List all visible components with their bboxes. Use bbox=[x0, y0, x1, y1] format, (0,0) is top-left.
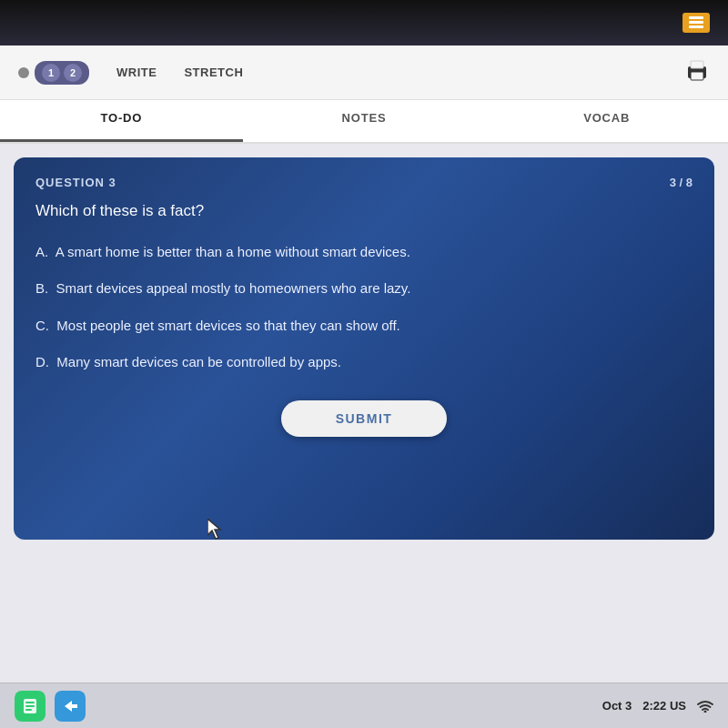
answer-option-b[interactable]: B. Smart devices appeal mostly to homeow… bbox=[35, 277, 693, 301]
svg-rect-0 bbox=[689, 16, 703, 19]
svg-rect-4 bbox=[691, 72, 703, 80]
answer-option-d[interactable]: D. Many smart devices can be controlled … bbox=[35, 350, 693, 375]
taskbar-app-blue[interactable] bbox=[55, 691, 86, 722]
book-icon bbox=[21, 697, 39, 715]
nav-pill-num2: 2 bbox=[64, 64, 82, 82]
svg-rect-10 bbox=[25, 709, 32, 711]
svg-rect-8 bbox=[25, 702, 35, 703]
svg-rect-2 bbox=[689, 25, 703, 28]
svg-rect-1 bbox=[689, 21, 703, 24]
question-card: QUESTION 3 3 / 8 Which of these is a fac… bbox=[14, 157, 714, 540]
write-nav-label[interactable]: WRITE bbox=[116, 66, 157, 79]
print-icon bbox=[684, 59, 710, 83]
question-text: Which of these is a fact? bbox=[35, 200, 693, 222]
nav-bar: 1 2 WRITE STRETCH bbox=[0, 46, 728, 100]
submit-button[interactable]: SUBMIT bbox=[281, 400, 448, 437]
question-counter: 3 / 8 bbox=[670, 176, 693, 189]
question-header: QUESTION 3 3 / 8 bbox=[35, 176, 693, 189]
wifi-icon bbox=[697, 700, 713, 713]
top-bar bbox=[0, 0, 728, 46]
nav-dots: 1 2 bbox=[18, 61, 89, 85]
answer-option-c[interactable]: C. Most people get smart devices so that… bbox=[35, 314, 693, 339]
tabs-bar: TO-DO NOTES VOCAB bbox=[0, 100, 728, 144]
svg-rect-5 bbox=[691, 61, 703, 68]
taskbar-left bbox=[15, 691, 86, 722]
tab-notes[interactable]: NOTES bbox=[243, 100, 486, 142]
svg-marker-11 bbox=[65, 701, 77, 712]
main-content: QUESTION 3 3 / 8 Which of these is a fac… bbox=[0, 144, 728, 682]
print-button[interactable] bbox=[684, 59, 710, 86]
svg-rect-9 bbox=[25, 705, 35, 707]
taskbar-app-green[interactable] bbox=[15, 691, 46, 722]
tab-todo[interactable]: TO-DO bbox=[0, 100, 243, 142]
nav-pill: 1 2 bbox=[35, 61, 89, 85]
arrow-icon bbox=[61, 697, 79, 715]
answer-option-a[interactable]: A. A smart home is better than a home wi… bbox=[35, 240, 693, 265]
taskbar-time: 2:22 US bbox=[642, 699, 686, 713]
taskbar: Oct 3 2:22 US bbox=[0, 682, 728, 728]
question-label: QUESTION 3 bbox=[35, 176, 116, 189]
tab-vocab[interactable]: VOCAB bbox=[485, 100, 728, 142]
top-bar-icons bbox=[682, 13, 710, 33]
submit-container: SUBMIT bbox=[35, 400, 693, 437]
top-icon bbox=[682, 13, 710, 33]
stretch-nav-label[interactable]: STRETCH bbox=[184, 66, 243, 79]
nav-pill-num1: 1 bbox=[42, 64, 60, 82]
nav-dot bbox=[18, 67, 29, 78]
svg-point-12 bbox=[704, 710, 707, 713]
taskbar-date: Oct 3 bbox=[602, 699, 632, 713]
